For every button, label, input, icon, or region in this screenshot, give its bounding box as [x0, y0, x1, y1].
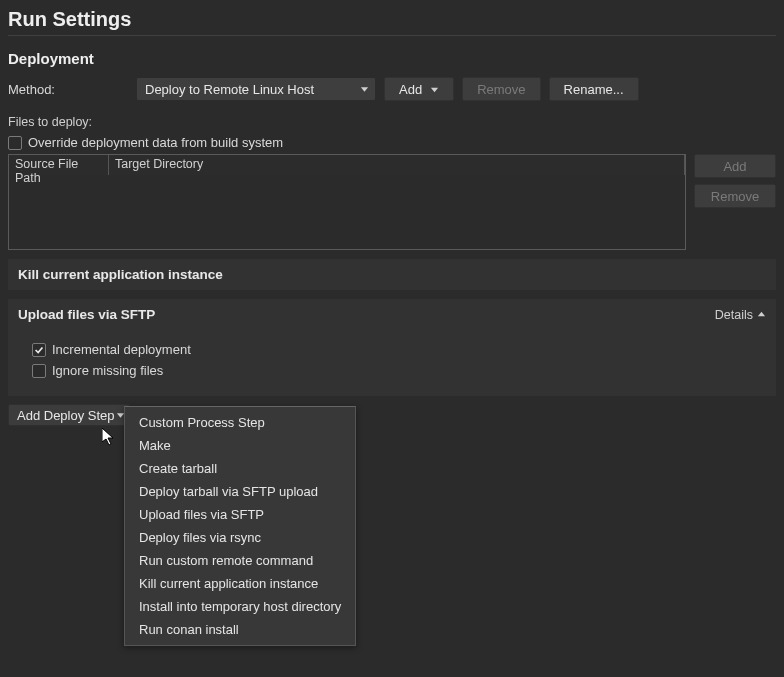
step-upload-sftp: Upload files via SFTP Details Incrementa…: [8, 298, 776, 396]
override-checkbox-label: Override deployment data from build syst…: [28, 135, 283, 150]
menu-item[interactable]: Install into temporary host directory: [125, 595, 355, 618]
method-rename-button[interactable]: Rename...: [549, 77, 639, 101]
divider: [8, 35, 776, 36]
incremental-checkbox-label: Incremental deployment: [52, 342, 191, 357]
svg-marker-2: [758, 311, 765, 316]
menu-item[interactable]: Custom Process Step: [125, 411, 355, 434]
method-remove-button[interactable]: Remove: [462, 77, 540, 101]
add-deploy-step-menu: Custom Process Step Make Create tarball …: [124, 406, 356, 646]
menu-item[interactable]: Create tarball: [125, 457, 355, 480]
deployment-section-title: Deployment: [8, 50, 776, 67]
menu-item[interactable]: Upload files via SFTP: [125, 503, 355, 526]
step-title: Upload files via SFTP: [18, 307, 155, 322]
menu-item[interactable]: Deploy files via rsync: [125, 526, 355, 549]
svg-marker-0: [361, 87, 368, 92]
add-deploy-step-button[interactable]: Add Deploy Step: [8, 404, 130, 426]
files-to-deploy-label: Files to deploy:: [8, 115, 776, 129]
chevron-down-icon: [430, 82, 439, 97]
details-label: Details: [715, 308, 753, 322]
column-target-directory[interactable]: Target Directory: [109, 155, 685, 175]
step-kill-instance: Kill current application instance: [8, 258, 776, 290]
method-add-button[interactable]: Add: [384, 77, 454, 101]
menu-item[interactable]: Run conan install: [125, 618, 355, 641]
menu-item[interactable]: Run custom remote command: [125, 549, 355, 572]
ignore-missing-checkbox-label: Ignore missing files: [52, 363, 163, 378]
column-source-file-path[interactable]: Source File Path: [9, 155, 109, 175]
method-select[interactable]: Deploy to Remote Linux Host: [136, 77, 376, 101]
menu-item[interactable]: Kill current application instance: [125, 572, 355, 595]
files-add-label: Add: [723, 159, 746, 174]
method-remove-label: Remove: [477, 82, 525, 97]
method-select-value: Deploy to Remote Linux Host: [145, 82, 314, 97]
incremental-checkbox[interactable]: [32, 343, 46, 357]
menu-item[interactable]: Make: [125, 434, 355, 457]
svg-marker-4: [102, 428, 113, 445]
svg-marker-1: [431, 87, 438, 92]
svg-marker-3: [116, 413, 123, 418]
step-title: Kill current application instance: [18, 267, 223, 282]
page-title: Run Settings: [8, 8, 776, 31]
details-toggle[interactable]: Details: [715, 308, 766, 322]
override-checkbox[interactable]: [8, 136, 22, 150]
files-remove-button[interactable]: Remove: [694, 184, 776, 208]
add-deploy-step-label: Add Deploy Step: [17, 408, 115, 423]
chevron-up-icon: [757, 308, 766, 322]
files-add-button[interactable]: Add: [694, 154, 776, 178]
files-table[interactable]: Source File Path Target Directory: [8, 154, 686, 250]
method-rename-label: Rename...: [564, 82, 624, 97]
menu-item[interactable]: Deploy tarball via SFTP upload: [125, 480, 355, 503]
chevron-down-icon: [360, 82, 369, 97]
cursor-icon: [102, 428, 118, 451]
method-label: Method:: [8, 82, 128, 97]
files-remove-label: Remove: [711, 189, 759, 204]
ignore-missing-checkbox[interactable]: [32, 364, 46, 378]
method-add-label: Add: [399, 82, 422, 97]
